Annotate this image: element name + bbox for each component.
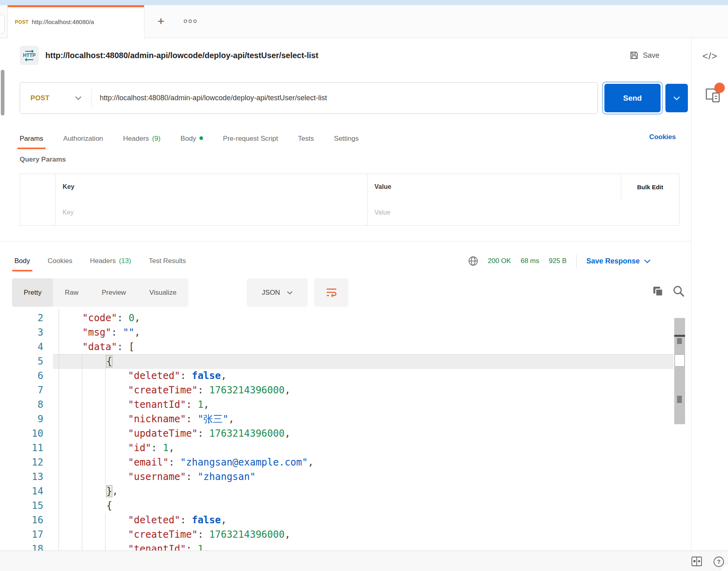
editor-scrollbar-thumb[interactable] xyxy=(674,318,685,424)
format-select[interactable]: JSON xyxy=(247,278,308,307)
status-badge[interactable]: 200 OK xyxy=(488,257,511,265)
copy-response-button[interactable] xyxy=(651,284,665,300)
view-mode-preview[interactable]: Preview xyxy=(90,278,137,307)
scrollbar-cursor-mark xyxy=(674,335,685,337)
view-mode-raw[interactable]: Raw xyxy=(53,278,90,307)
response-body-editor[interactable]: 23456789101112131415161718 "code": 0,"ms… xyxy=(0,309,691,551)
query-params-heading: Query Params xyxy=(20,156,66,164)
code-token: : xyxy=(169,457,180,468)
line-number: 17 xyxy=(0,527,43,542)
save-label: Save xyxy=(643,51,659,60)
view-mode-visualize[interactable]: Visualize xyxy=(138,278,188,307)
code-token: "zhangsan" xyxy=(197,471,256,482)
tab-pre-request-script[interactable]: Pre-request Script xyxy=(223,128,278,149)
qp-key-header: Key xyxy=(56,174,368,200)
qp-key-input[interactable]: Key xyxy=(56,200,368,225)
line-number: 6 xyxy=(0,369,43,383)
code-token: , xyxy=(285,529,290,540)
code-line-16: "deleted": false, xyxy=(59,513,227,527)
code-token: : xyxy=(117,312,129,324)
response-tab-cookies[interactable]: Cookies xyxy=(48,251,72,271)
code-token: "zhangsan@example.com" xyxy=(180,457,308,468)
wrap-lines-button[interactable] xyxy=(314,278,348,307)
tab-label: Body xyxy=(181,135,196,143)
globe-icon[interactable] xyxy=(468,256,478,266)
code-token: false xyxy=(192,514,221,526)
response-tab-body[interactable]: Body xyxy=(14,251,30,271)
tab-dot-indicator xyxy=(199,136,203,140)
response-time[interactable]: 68 ms xyxy=(521,257,539,265)
notification-badge xyxy=(714,83,725,93)
code-token: : xyxy=(180,370,192,381)
query-params-table: Key Value Bulk Edit Key Value xyxy=(20,174,679,226)
bulk-edit-button[interactable]: Bulk Edit xyxy=(621,174,679,200)
chevron-down-icon xyxy=(673,96,681,101)
code-token: : xyxy=(197,529,209,540)
more-tabs-button[interactable] xyxy=(180,12,201,30)
code-line-12: "email": "zhangsan@example.com", xyxy=(59,455,313,470)
line-number: 8 xyxy=(0,397,43,412)
method-select[interactable]: POST xyxy=(20,94,92,102)
view-mode-pretty[interactable]: Pretty xyxy=(12,278,53,307)
cookies-link[interactable]: Cookies xyxy=(649,133,676,141)
tab-title-fade xyxy=(118,7,144,38)
left-edge-scrollbar[interactable] xyxy=(1,70,4,115)
save-button[interactable]: Save xyxy=(629,51,659,60)
tab-body[interactable]: Body xyxy=(181,128,203,149)
response-tab-test-results[interactable]: Test Results xyxy=(149,251,186,271)
code-line-10: "updateTime": 1763214396000, xyxy=(59,426,291,441)
code-line-17: "createTime": 1763214396000, xyxy=(59,527,291,542)
scrollbar-decoration xyxy=(677,338,682,344)
tab-params[interactable]: Params xyxy=(20,128,43,149)
code-token: , xyxy=(169,442,174,454)
tab-label: Params xyxy=(20,135,43,143)
save-response-button[interactable]: Save Response xyxy=(586,257,651,265)
code-snippet-icon[interactable]: </> xyxy=(701,48,719,64)
toggle-panes-button[interactable] xyxy=(691,556,703,569)
documentation-icon[interactable] xyxy=(703,85,724,106)
line-number: 15 xyxy=(0,498,43,513)
code-line-6: "deleted": false, xyxy=(59,369,227,383)
pane-splitter[interactable] xyxy=(0,241,691,241)
tab-headers[interactable]: Headers(9) xyxy=(123,128,161,149)
code-token: , xyxy=(221,370,226,381)
search-response-button[interactable] xyxy=(672,284,685,300)
code-token: "id" xyxy=(128,442,151,454)
code-token: "username" xyxy=(128,471,186,482)
code-token: , xyxy=(228,413,234,425)
send-button[interactable]: Send xyxy=(604,84,661,112)
code-line-13: "username": "zhangsan" xyxy=(59,470,256,484)
send-options-button[interactable] xyxy=(665,84,688,112)
response-size[interactable]: 925 B xyxy=(549,257,566,265)
window-top-strip xyxy=(0,0,728,5)
code-token: "createTime" xyxy=(128,385,197,396)
code-token: : xyxy=(186,413,198,425)
svg-text:HTTP: HTTP xyxy=(23,53,35,58)
selected-line-highlight xyxy=(53,354,673,369)
code-line-8: "tenantId": 1, xyxy=(59,397,209,412)
search-icon xyxy=(672,284,685,298)
code-token: 1763214396000 xyxy=(209,529,285,540)
request-tab[interactable]: POST http://localhost:48080/a xyxy=(7,5,144,38)
code-token: 1 xyxy=(163,442,169,454)
tab-settings[interactable]: Settings xyxy=(334,128,358,149)
line-number: 18 xyxy=(0,542,43,551)
code-line-9: "nickname": "张三", xyxy=(59,412,234,426)
url-input[interactable]: http://localhost:48080/admin-api/lowcode… xyxy=(100,94,327,102)
response-meta: 200 OK 68 ms 925 B Save Response xyxy=(468,251,651,271)
code-token: : xyxy=(111,327,123,338)
response-tab-headers[interactable]: Headers(13) xyxy=(90,251,131,271)
tab-authorization[interactable]: Authorization xyxy=(63,128,103,149)
tab-title: http://localhost:48080/a xyxy=(32,18,94,25)
tab-label: Tests xyxy=(298,135,314,143)
new-tab-button[interactable]: + xyxy=(152,12,170,30)
qp-value-input[interactable]: Value xyxy=(368,200,621,225)
tab-tests[interactable]: Tests xyxy=(298,128,314,149)
code-token: : xyxy=(151,442,163,454)
code-token: : xyxy=(180,514,192,526)
line-number: 7 xyxy=(0,383,43,397)
wrap-lines-icon xyxy=(325,287,338,298)
request-url-bar: POST http://localhost:48080/admin-api/lo… xyxy=(20,82,598,114)
code-token: "张三" xyxy=(197,413,228,425)
chevron-down-icon xyxy=(644,259,651,263)
